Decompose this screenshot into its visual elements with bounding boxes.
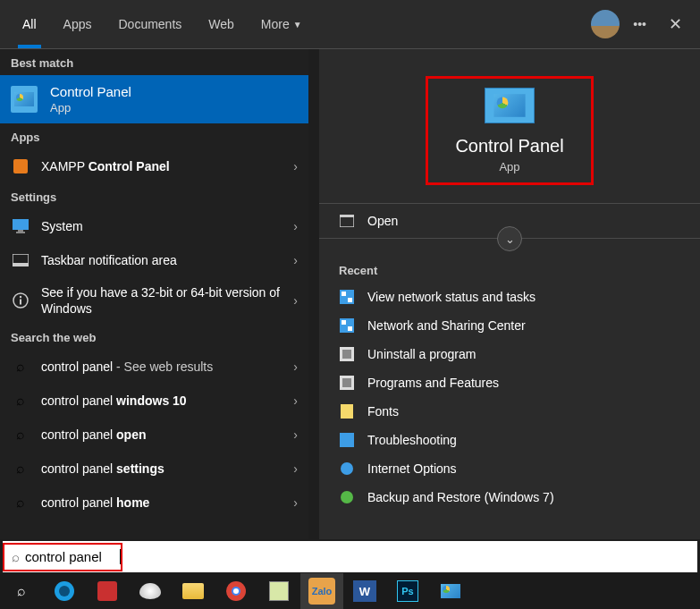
svg-rect-0 <box>13 219 29 230</box>
search-icon: ⌕ <box>11 391 30 410</box>
recent-label: Uninstall a program <box>367 347 476 361</box>
recent-item[interactable]: Backup and Restore (Windows 7) <box>319 483 700 512</box>
photoshop-icon: Ps <box>397 580 418 602</box>
search-filter-bar: All Apps Documents Web More▼ ••• ✕ <box>0 0 700 48</box>
web-result-label: control panel settings <box>41 461 286 476</box>
fonts-icon <box>339 403 355 419</box>
app-icon <box>269 581 289 601</box>
internet-options-icon <box>339 461 355 477</box>
best-match-type: App <box>50 101 131 114</box>
action-label: Open <box>367 214 398 228</box>
svg-rect-17 <box>342 350 351 359</box>
programs-icon <box>339 375 355 391</box>
troubleshooting-icon <box>339 432 355 448</box>
svg-point-27 <box>233 588 239 594</box>
web-result-label: control panel home <box>41 495 286 510</box>
chevron-right-icon: › <box>293 253 298 267</box>
recent-item[interactable]: Troubleshooting <box>319 426 700 454</box>
chevron-down-icon: ▼ <box>293 20 302 30</box>
taskbar-photoshop[interactable]: Ps <box>386 573 429 609</box>
recent-label: View network status and tasks <box>367 290 536 304</box>
web-result[interactable]: ⌕ control panel settings › <box>0 452 308 486</box>
settings-result-system[interactable]: System › <box>0 209 308 243</box>
filter-tabs: All Apps Documents Web More▼ <box>9 0 316 48</box>
search-icon: ⌕ <box>11 357 30 376</box>
recent-label: Troubleshooting <box>367 433 457 447</box>
search-bar: ⌕ <box>3 541 697 572</box>
taskbar-control-panel[interactable] <box>429 573 472 609</box>
web-result-label: control panel windows 10 <box>41 393 286 408</box>
web-result-label: control panel - See web results <box>41 359 286 374</box>
svg-rect-12 <box>348 298 352 302</box>
expand-button[interactable]: ⌄ <box>497 226 522 251</box>
chevron-right-icon: › <box>293 293 298 308</box>
taskbar-edge[interactable] <box>43 573 86 609</box>
control-panel-icon <box>441 584 460 598</box>
more-options-icon[interactable]: ••• <box>633 17 646 31</box>
taskbar-search-button[interactable]: ⌕ <box>0 573 43 609</box>
search-icon: ⌕ <box>11 425 30 444</box>
preview-header: Control Panel App <box>319 49 700 203</box>
taskbar-app-wing[interactable] <box>129 573 172 609</box>
folder-icon <box>182 583 204 599</box>
recent-item[interactable]: View network status and tasks <box>319 283 700 311</box>
recent-item[interactable]: Fonts <box>319 397 700 426</box>
chevron-right-icon: › <box>293 359 298 374</box>
user-avatar[interactable] <box>591 10 620 38</box>
tab-documents[interactable]: Documents <box>105 0 195 48</box>
settings-result-taskbar[interactable]: Taskbar notification area › <box>0 243 308 277</box>
search-icon: ⌕ <box>17 583 26 599</box>
tab-all[interactable]: All <box>9 0 50 48</box>
network-status-icon <box>339 289 355 305</box>
chevron-right-icon: › <box>293 393 298 408</box>
svg-rect-1 <box>18 230 23 232</box>
best-match-item[interactable]: Control Panel App <box>0 75 308 123</box>
svg-point-24 <box>59 586 70 596</box>
tab-more[interactable]: More▼ <box>248 0 316 48</box>
recent-item[interactable]: Uninstall a program <box>319 340 700 368</box>
edge-icon <box>54 580 75 602</box>
search-icon: ⌕ <box>12 549 20 564</box>
search-highlight-box: ⌕ <box>3 543 122 571</box>
section-settings: Settings <box>0 183 308 209</box>
tab-apps[interactable]: Apps <box>50 0 105 48</box>
svg-rect-2 <box>16 232 25 233</box>
control-panel-icon <box>485 88 535 123</box>
recent-label: Internet Options <box>367 461 457 476</box>
tab-web[interactable]: Web <box>195 0 248 48</box>
taskbar-word[interactable]: W <box>343 573 386 609</box>
web-result[interactable]: ⌕ control panel home › <box>0 486 308 520</box>
taskbar-file-explorer[interactable] <box>172 573 215 609</box>
main-area: Best match Control Panel App Apps XAMPP … <box>0 49 700 539</box>
recent-item[interactable]: Network and Sharing Center <box>319 311 700 340</box>
chevron-right-icon: › <box>293 219 298 233</box>
taskbar: ⌕ Zalo W Ps <box>0 573 700 609</box>
recent-item[interactable]: Programs and Features <box>319 368 700 397</box>
close-icon[interactable]: ✕ <box>660 10 691 38</box>
settings-result-bitness[interactable]: See if you have a 32-bit or 64-bit versi… <box>0 277 308 324</box>
svg-point-21 <box>341 462 353 475</box>
web-result[interactable]: ⌕ control panel open › <box>0 418 308 452</box>
results-panel: Best match Control Panel App Apps XAMPP … <box>0 49 308 539</box>
info-icon <box>11 291 30 310</box>
web-result[interactable]: ⌕ control panel windows 10 › <box>0 384 308 418</box>
search-input[interactable] <box>25 549 121 564</box>
taskbar-chrome[interactable] <box>215 573 257 609</box>
svg-point-6 <box>20 296 21 298</box>
taskbar-zalo[interactable]: Zalo <box>300 573 343 609</box>
recent-label: Network and Sharing Center <box>367 318 526 333</box>
settings-label: See if you have a 32-bit or 64-bit versi… <box>41 284 286 317</box>
search-icon: ⌕ <box>11 493 30 512</box>
section-best-match: Best match <box>0 49 308 75</box>
app-result-xampp[interactable]: XAMPP Control Panel › <box>0 149 308 183</box>
web-result[interactable]: ⌕ control panel - See web results › <box>0 350 308 384</box>
app-icon <box>139 583 161 599</box>
topbar-right: ••• ✕ <box>591 10 691 38</box>
taskbar-app-green[interactable] <box>257 573 300 609</box>
recent-item[interactable]: Internet Options <box>319 454 700 483</box>
chevron-right-icon: › <box>293 495 298 510</box>
zalo-icon: Zalo <box>308 578 335 605</box>
word-icon: W <box>353 580 376 602</box>
settings-label: Taskbar notification area <box>41 253 286 267</box>
taskbar-app-red[interactable] <box>86 573 129 609</box>
